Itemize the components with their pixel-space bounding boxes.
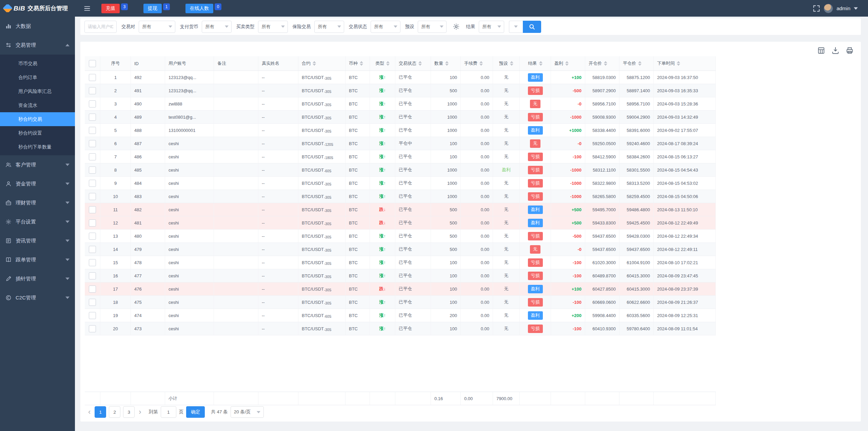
sort-icon[interactable] [604, 61, 607, 66]
sidebar-item-wealth-management[interactable]: 理财管理 [0, 193, 75, 212]
sort-icon[interactable] [418, 61, 422, 66]
sort-icon[interactable] [638, 61, 642, 66]
column-header-close_price[interactable]: 平仓价 [619, 56, 654, 71]
user-name[interactable]: admin [836, 5, 850, 11]
sort-icon[interactable] [677, 61, 680, 66]
column-header-status[interactable]: 交易状态 [395, 56, 431, 71]
export-download-icon[interactable] [831, 46, 840, 55]
row-checkbox[interactable] [89, 206, 96, 213]
row-checkbox[interactable] [89, 166, 96, 174]
row-checkbox[interactable] [89, 325, 96, 332]
sidebar-subitem-second-contract-trade[interactable]: 秒合约交易 [0, 112, 75, 126]
sidebar-item-customer-management[interactable]: 客户管理 [0, 155, 75, 174]
page-button-1[interactable]: 1 [95, 406, 106, 418]
column-header-order_time[interactable]: 下单时间 [654, 56, 716, 71]
cell-text: 475 [134, 300, 142, 305]
row-checkbox[interactable] [89, 193, 96, 200]
filter-select-pair[interactable]: 所有 [139, 21, 175, 33]
row-checkbox[interactable] [89, 272, 96, 279]
row-checkbox[interactable] [89, 100, 96, 107]
sort-icon[interactable] [510, 61, 513, 66]
sidebar-item-trade-management[interactable]: 交易管理 [0, 36, 75, 55]
sort-icon[interactable] [479, 61, 483, 66]
row-checkbox[interactable] [89, 259, 96, 266]
fullscreen-icon[interactable] [813, 5, 820, 12]
row-checkbox[interactable] [89, 286, 96, 293]
column-header-amount[interactable]: 数量 [431, 56, 461, 71]
column-header-result[interactable]: 结果 [520, 56, 551, 71]
column-header-realname[interactable]: 真实姓名 [258, 56, 298, 71]
sort-icon[interactable] [386, 61, 390, 66]
row-checkbox[interactable] [89, 219, 96, 227]
row-checkbox[interactable] [89, 127, 96, 134]
sidebar-subitem-coin-trade[interactable]: 币币交易 [0, 57, 75, 71]
column-header-open_price[interactable]: 开仓价 [585, 56, 619, 71]
column-header-fee[interactable]: 手续费 [461, 56, 493, 71]
print-icon[interactable] [846, 46, 854, 55]
search-type-select[interactable] [509, 21, 523, 33]
chevron-down-icon[interactable] [854, 7, 858, 10]
column-header-account[interactable]: 用户账号 [165, 56, 214, 71]
filter-settings-gear-icon[interactable] [451, 22, 461, 32]
per-page-select[interactable]: 20 条/页 [231, 406, 264, 418]
filter-select-trade-status[interactable]: 所有 [371, 21, 400, 33]
columns-grid-icon[interactable] [817, 46, 825, 55]
sort-icon[interactable] [313, 61, 316, 66]
confirm-button[interactable]: 确定 [186, 406, 205, 418]
sort-icon[interactable] [360, 61, 363, 66]
row-checkbox[interactable] [89, 74, 96, 81]
column-header-select[interactable] [85, 56, 100, 71]
column-header-type[interactable]: 类型 [370, 56, 395, 71]
row-checkbox[interactable] [89, 299, 96, 306]
recharge-button[interactable]: 充值 [101, 4, 120, 13]
sidebar-subitem-funds-flow[interactable]: 资金流水 [0, 98, 75, 112]
filter-select-insurance[interactable]: 所有 [314, 21, 344, 33]
sidebar-toggle-icon[interactable] [84, 5, 91, 12]
search-button[interactable] [523, 21, 541, 33]
column-header-contract[interactable]: 合约 [298, 56, 346, 71]
sidebar-subitem-second-contract-settings[interactable]: 秒合约设置 [0, 126, 75, 140]
column-header-remark[interactable]: 备注 [214, 56, 258, 71]
row-checkbox[interactable] [89, 140, 96, 147]
column-header-index[interactable]: 序号 [100, 56, 131, 71]
row-checkbox[interactable] [89, 246, 96, 253]
online-users-button[interactable]: 在线人数 [185, 4, 213, 13]
row-checkbox[interactable] [89, 87, 96, 94]
page-button-3[interactable]: 3 [123, 406, 135, 418]
goto-page-input[interactable] [161, 406, 176, 418]
column-header-preset[interactable]: 预设 [493, 56, 520, 71]
row-checkbox[interactable] [89, 180, 96, 187]
filter-select-trade-type[interactable]: 所有 [258, 21, 288, 33]
sidebar-item-big-data[interactable]: 大数据 [0, 17, 75, 36]
filter-select-pay-currency[interactable]: 所有 [202, 21, 232, 33]
sidebar-item-pin-management[interactable]: 插针管理 [0, 269, 75, 288]
filter-select-result[interactable]: 所有 [479, 21, 504, 33]
select-all-checkbox[interactable] [89, 60, 96, 67]
sidebar-item-news-management[interactable]: 资讯管理 [0, 231, 75, 250]
sort-icon[interactable] [565, 61, 569, 66]
user-avatar[interactable] [824, 4, 833, 13]
sidebar-item-platform-settings[interactable]: 平台设置 [0, 212, 75, 231]
next-page-icon[interactable]: › [137, 408, 142, 416]
sidebar-item-c2c-management[interactable]: C2C管理 [0, 288, 75, 307]
sort-icon[interactable] [539, 61, 542, 66]
page-button-2[interactable]: 2 [109, 406, 120, 418]
prev-page-icon[interactable]: ‹ [87, 408, 92, 416]
withdraw-button[interactable]: 提现 [143, 4, 162, 13]
row-checkbox[interactable] [89, 312, 96, 319]
column-header-id[interactable]: ID [131, 56, 165, 71]
sidebar-item-follow-management[interactable]: 跟单管理 [0, 250, 75, 269]
column-header-coin[interactable]: 币种 [346, 56, 370, 71]
row-checkbox[interactable] [89, 153, 96, 160]
sidebar-subitem-user-risk-summary[interactable]: 用户风险率汇总 [0, 84, 75, 98]
sidebar-subitem-contract-orders[interactable]: 合约订单 [0, 71, 75, 84]
column-header-profit[interactable]: 盈利 [551, 56, 585, 71]
sort-icon[interactable] [445, 61, 449, 66]
sidebar-item-funds-management[interactable]: 资金管理 [0, 174, 75, 193]
table-row: 548813100000001--BTC/USDT-30SBTC涨↑已平仓100… [85, 124, 716, 137]
user-id-input[interactable] [84, 21, 117, 33]
row-checkbox[interactable] [89, 233, 96, 240]
filter-select-preset[interactable]: 所有 [418, 21, 447, 33]
sidebar-subitem-second-contract-order-qty[interactable]: 秒合约下单数量 [0, 140, 75, 154]
row-checkbox[interactable] [89, 114, 96, 121]
